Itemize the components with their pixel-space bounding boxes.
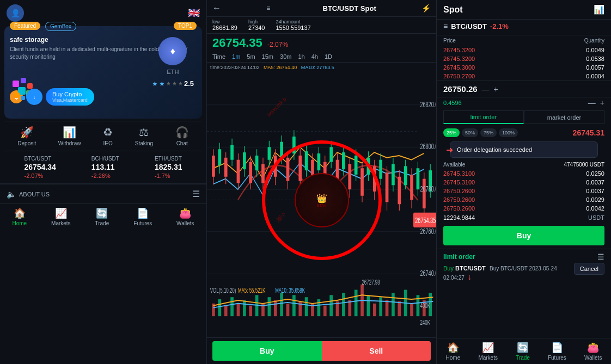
pair-label: BTC/USDT	[451, 22, 487, 30]
ieo-icon-item[interactable]: ♻ IEO	[103, 126, 113, 146]
right-nav-futures[interactable]: 📄 Futures	[548, 342, 566, 361]
right-nav-home[interactable]: 🏠 Home	[446, 342, 461, 361]
ask-row: 26745.3000 0.0057	[437, 63, 611, 72]
badge-featured: Featured	[10, 22, 40, 30]
svg-rect-105	[274, 300, 277, 316]
flag-icon[interactable]: 🇬🇧	[188, 7, 200, 19]
svg-text:26800.00: 26800.00	[420, 141, 436, 151]
usdt-currency: USDT	[588, 214, 604, 221]
limit-order-info-area: Buy BTC/USDT Buy BTC/USDT 2023-05-24 02:…	[443, 264, 574, 282]
right-nav-trade[interactable]: 🔄 Trade	[516, 342, 530, 361]
badge-gembox: GemBox	[45, 22, 76, 31]
svg-text:26740.00: 26740.00	[420, 268, 436, 278]
tf-4h[interactable]: 4h	[311, 53, 318, 60]
price-change: -2.07%	[267, 41, 288, 48]
chat-label: Chat	[176, 140, 188, 146]
chart-sell-button[interactable]: Sell	[322, 341, 431, 361]
nav-futures[interactable]: 📄 Futures	[133, 207, 152, 226]
svg-rect-6	[21, 96, 25, 100]
deposit-label: Deposit	[17, 140, 36, 146]
sub-price-row: 0.4596 — +	[437, 97, 611, 108]
svg-rect-97	[224, 306, 228, 316]
chart-header: ← ≡ BTC/USDT Spot ⚡	[207, 0, 436, 17]
icon-row: 🚀 Deposit 📊 Withdraw ♻ IEO ⚖ Staking 🎧 C…	[4, 121, 202, 151]
deposit-icon: 🚀	[20, 126, 34, 139]
right-nav-markets[interactable]: 📈 Markets	[478, 342, 498, 361]
nav-wallets-label: Wallets	[176, 220, 194, 226]
prog-25[interactable]: 25%	[443, 128, 460, 137]
bid-row: 26750.2600 0.0037	[437, 187, 611, 195]
right-futures-icon: 📄	[551, 342, 563, 354]
avatar[interactable]: 👤	[7, 4, 24, 22]
ticker-bch[interactable]: BCH/USDT 113.11 -2.26%	[91, 156, 119, 179]
deposit-icon-item[interactable]: 🚀 Deposit	[17, 126, 36, 146]
sub-price: 0.4596	[443, 100, 462, 106]
market-order-tab[interactable]: market order	[524, 110, 604, 124]
ticker-eth[interactable]: ETH/USDT 1825.31 -1.7%	[155, 156, 182, 179]
badge-top1: TOP1	[174, 22, 197, 30]
svg-rect-101	[249, 306, 252, 316]
ticker-btc[interactable]: BTC/USDT 26754.34 -2.07%	[24, 156, 56, 179]
nav-futures-label: Futures	[133, 220, 152, 226]
right-markets-icon: 📈	[482, 342, 494, 354]
nav-wallets[interactable]: 👛 Wallets	[176, 207, 194, 226]
right-home-label: Home	[446, 355, 461, 361]
svg-text:MA10: 35.658K: MA10: 35.658K	[275, 286, 305, 294]
tf-5m[interactable]: 5m	[247, 53, 255, 60]
order-type-row: limit order market order	[437, 108, 611, 126]
chart-buy-button[interactable]: Buy	[212, 341, 322, 361]
eth-coin-area: ♦ ETH ★★ ★★★ 2.5	[152, 37, 194, 88]
chat-icon-item[interactable]: 🎧 Chat	[175, 126, 189, 146]
staking-icon-item[interactable]: ⚖ Staking	[135, 126, 153, 146]
buy-large-button[interactable]: Buy	[443, 226, 604, 245]
chart-body: time:2023-03-24 14:02 MA5: 26754.40 MA10…	[207, 63, 436, 337]
right-bottom-nav: 🏠 Home 📈 Markets 🔄 Trade 📄 Futures 👛 Wal…	[437, 338, 611, 364]
svg-rect-117	[348, 300, 351, 316]
tf-15m[interactable]: 15m	[262, 53, 273, 60]
menu-icon[interactable]: ☰	[192, 189, 200, 199]
ticker-row: BTC/USDT 26754.34 -2.07% BCH/USDT 113.11…	[0, 151, 206, 184]
bid-row: 26745.3100 0.0037	[437, 178, 611, 187]
nav-markets[interactable]: 📈 Markets	[51, 207, 71, 226]
spot-title: Spot	[443, 5, 463, 15]
home-icon: 🏠	[14, 207, 26, 219]
tf-30m[interactable]: 30m	[280, 53, 291, 60]
buy-crypto-button[interactable]: Buy Crypto Visa,Mastercard	[46, 88, 94, 106]
svg-rect-104	[268, 297, 271, 316]
prog-100[interactable]: 100%	[499, 128, 518, 137]
about-row: 🔈 ABOUT US ☰	[0, 184, 206, 203]
increment-btn[interactable]: +	[494, 85, 498, 94]
svg-text:26780.00: 26780.00	[420, 183, 436, 193]
limit-order-tab[interactable]: limit order	[443, 110, 524, 124]
available-row: Available 47475000 USDT	[437, 160, 611, 169]
back-arrow[interactable]: ←	[212, 3, 221, 13]
futures-icon: 📄	[137, 207, 149, 219]
svg-text:26754.35: 26754.35	[415, 215, 436, 225]
sub-decrement-btn[interactable]: —	[588, 98, 596, 107]
prog-50[interactable]: 50%	[462, 128, 478, 137]
right-nav-wallets[interactable]: 👛 Wallets	[584, 342, 602, 361]
right-wallets-icon: 👛	[587, 342, 599, 354]
svg-rect-5	[14, 92, 20, 98]
svg-rect-120	[367, 295, 370, 316]
tf-1h[interactable]: 1h	[298, 53, 304, 60]
chart-info-text: time:2023-03-24 14:02 MA5: 26754.40 MA10…	[210, 65, 334, 70]
nav-home[interactable]: 🏠 Home	[12, 207, 27, 226]
prog-75[interactable]: 75%	[480, 128, 497, 137]
tf-1m[interactable]: 1m	[232, 53, 240, 60]
usdt-val: 12294.9844	[443, 214, 475, 221]
progress-bar-row: 25% 50% 75% 100% 26745.31	[437, 126, 611, 139]
nav-trade[interactable]: 🔄 Trade	[95, 207, 109, 226]
filter-icon[interactable]: ⚡	[421, 4, 431, 13]
withdraw-icon-item[interactable]: 📊 Withdraw	[58, 126, 81, 146]
sub-increment-btn[interactable]: +	[600, 98, 604, 107]
chart-icon-right: 📊	[594, 4, 604, 15]
svg-text:400K: 400K	[420, 301, 430, 309]
featured-banner: Featured GemBox TOP1 safe storage Client…	[4, 26, 202, 119]
tf-1d[interactable]: 1D	[325, 53, 332, 60]
cancel-button[interactable]: Cancel	[574, 263, 604, 275]
menu-icon-right: ☰	[597, 252, 604, 261]
col-qty: Quantity	[584, 38, 604, 44]
tf-time[interactable]: Time	[212, 53, 225, 60]
decrement-btn[interactable]: —	[482, 85, 490, 94]
